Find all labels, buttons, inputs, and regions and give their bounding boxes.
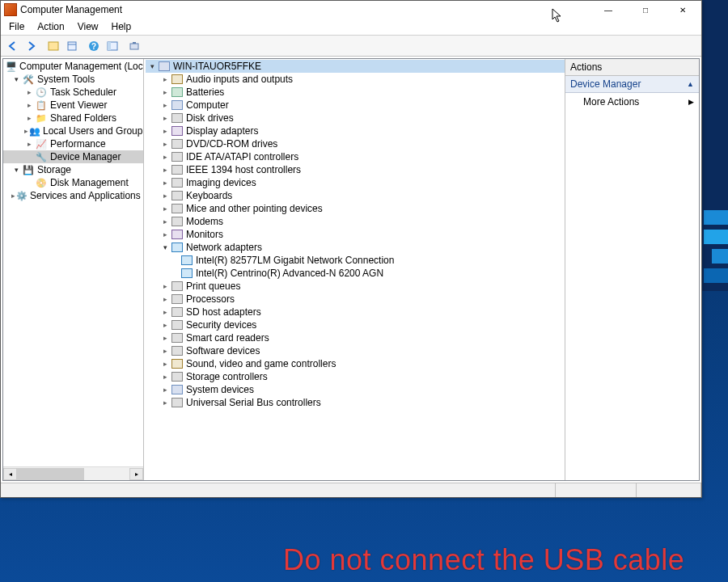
- cat-processors[interactable]: Processors: [146, 293, 565, 306]
- tree-system-tools[interactable]: 🛠️ System Tools: [3, 73, 143, 86]
- cat-printq[interactable]: Print queues: [146, 280, 565, 293]
- device-tree[interactable]: WIN-ITAUOR5FFKE Audio inputs and outputs…: [144, 59, 565, 480]
- tree-event-viewer[interactable]: 📋 Event Viewer: [3, 99, 143, 112]
- system-icon: [171, 383, 184, 396]
- scroll-thumb[interactable]: [17, 468, 84, 480]
- expand-icon[interactable]: [11, 191, 15, 200]
- cat-computer[interactable]: Computer: [146, 99, 565, 112]
- wifi-icon: [180, 267, 193, 280]
- ide-icon: [171, 150, 184, 163]
- cat-audio[interactable]: Audio inputs and outputs: [146, 73, 565, 86]
- menu-view[interactable]: View: [71, 19, 105, 34]
- display-icon: [171, 124, 184, 137]
- minimize-button[interactable]: —: [590, 1, 627, 19]
- scroll-left-icon[interactable]: ◂: [3, 468, 17, 480]
- cat-sysdev[interactable]: System devices: [146, 383, 565, 396]
- cat-network[interactable]: Network adapters: [146, 241, 565, 254]
- forward-button[interactable]: [23, 37, 40, 55]
- svg-rect-8: [133, 42, 136, 44]
- computer-management-icon: 🖥️: [6, 60, 17, 73]
- computer-icon: [158, 60, 171, 73]
- cat-smart[interactable]: Smart card readers: [146, 331, 565, 344]
- svg-rect-0: [49, 42, 58, 50]
- dvd-icon: [171, 137, 184, 150]
- dev-net2[interactable]: Intel(R) Centrino(R) Advanced-N 6200 AGN: [146, 267, 565, 280]
- dev-net1[interactable]: Intel(R) 82577LM Gigabit Network Connect…: [146, 254, 565, 267]
- expand-icon[interactable]: [24, 126, 28, 136]
- expand-icon[interactable]: [24, 87, 34, 97]
- left-scrollbar[interactable]: ◂ ▸: [3, 466, 143, 480]
- cat-ide[interactable]: IDE ATA/ATAPI controllers: [146, 150, 565, 163]
- cat-disk[interactable]: Disk drives: [146, 112, 565, 124]
- collapse-icon[interactable]: ▲: [687, 80, 694, 88]
- menu-file[interactable]: File: [2, 19, 31, 34]
- cat-ieee[interactable]: IEEE 1394 host controllers: [146, 163, 565, 176]
- expand-icon[interactable]: [11, 165, 21, 175]
- tree-performance[interactable]: 📈 Performance: [3, 137, 143, 150]
- monitor-icon: [171, 228, 184, 241]
- cat-software[interactable]: Software devices: [146, 344, 565, 357]
- computer-icon: [171, 99, 184, 112]
- cat-monitors[interactable]: Monitors: [146, 228, 565, 241]
- expand-icon[interactable]: [24, 113, 34, 123]
- menu-action[interactable]: Action: [31, 19, 70, 34]
- cat-sound[interactable]: Sound, video and game controllers: [146, 357, 565, 370]
- close-button[interactable]: ✕: [664, 1, 701, 19]
- back-button[interactable]: [4, 37, 22, 55]
- tree-disk-management[interactable]: 📀 Disk Management: [3, 176, 143, 189]
- svg-text:?: ?: [91, 42, 96, 51]
- titlebar[interactable]: Computer Management — □ ✕: [1, 1, 701, 19]
- clock-icon: 🕒: [35, 86, 48, 99]
- cat-usb[interactable]: Universal Serial Bus controllers: [146, 396, 565, 409]
- expand-icon[interactable]: [24, 100, 34, 110]
- cat-modems[interactable]: Modems: [146, 215, 565, 228]
- cat-security[interactable]: Security devices: [146, 318, 565, 331]
- show-hide-tree-button[interactable]: [44, 37, 62, 55]
- more-actions[interactable]: More Actions ▶: [565, 93, 699, 111]
- expand-icon[interactable]: [11, 74, 21, 84]
- svg-rect-1: [68, 42, 76, 50]
- expand-icon[interactable]: [147, 61, 157, 71]
- svg-rect-7: [130, 44, 138, 49]
- smartcard-icon: [171, 331, 184, 344]
- content-area: 🖥️ Computer Management (Local 🛠️ System …: [2, 58, 700, 481]
- help-button[interactable]: ?: [85, 37, 103, 55]
- cat-storagectl[interactable]: Storage controllers: [146, 370, 565, 383]
- audio-icon: [171, 73, 184, 86]
- svg-rect-6: [108, 42, 111, 50]
- scroll-right-icon[interactable]: ▸: [129, 468, 143, 480]
- camera-icon: [171, 176, 184, 189]
- tree-storage[interactable]: 💾 Storage: [3, 163, 143, 176]
- folder-icon: 📁: [35, 112, 48, 124]
- maximize-button[interactable]: □: [627, 1, 664, 19]
- modem-icon: [171, 215, 184, 228]
- cat-dvd[interactable]: DVD/CD-ROM drives: [146, 137, 565, 150]
- tree-root[interactable]: 🖥️ Computer Management (Local: [3, 60, 143, 73]
- cat-batteries[interactable]: Batteries: [146, 86, 565, 99]
- actions-pane: Actions Device Manager ▲ More Actions ▶: [565, 59, 699, 480]
- scan-hardware-button[interactable]: [125, 37, 143, 55]
- tree-device-manager[interactable]: 🔧 Device Manager: [3, 150, 143, 163]
- tree-task-scheduler[interactable]: 🕒 Task Scheduler: [3, 86, 143, 99]
- toolbar: ?: [1, 36, 701, 57]
- users-icon: 👥: [29, 124, 40, 137]
- cpu-icon: [171, 293, 184, 306]
- cat-mice[interactable]: Mice and other pointing devices: [146, 202, 565, 215]
- menu-help[interactable]: Help: [105, 19, 138, 34]
- view-devices-button[interactable]: [104, 37, 121, 55]
- battery-icon: [171, 86, 184, 99]
- device-root[interactable]: WIN-ITAUOR5FFKE: [146, 60, 565, 73]
- cat-display[interactable]: Display adapters: [146, 124, 565, 137]
- tree-services-apps[interactable]: ⚙️ Services and Applications: [3, 189, 143, 202]
- performance-icon: 📈: [35, 137, 48, 150]
- tree-local-users[interactable]: 👥 Local Users and Groups: [3, 124, 143, 137]
- cat-keyboards[interactable]: Keyboards: [146, 189, 565, 202]
- storage-icon: 💾: [22, 163, 35, 176]
- properties-button[interactable]: [63, 37, 81, 55]
- expand-icon[interactable]: [24, 139, 34, 149]
- actions-section[interactable]: Device Manager ▲: [565, 76, 699, 93]
- cat-imaging[interactable]: Imaging devices: [146, 176, 565, 189]
- tree-shared-folders[interactable]: 📁 Shared Folders: [3, 112, 143, 124]
- console-tree[interactable]: 🖥️ Computer Management (Local 🛠️ System …: [3, 59, 143, 466]
- cat-sd[interactable]: SD host adapters: [146, 306, 565, 318]
